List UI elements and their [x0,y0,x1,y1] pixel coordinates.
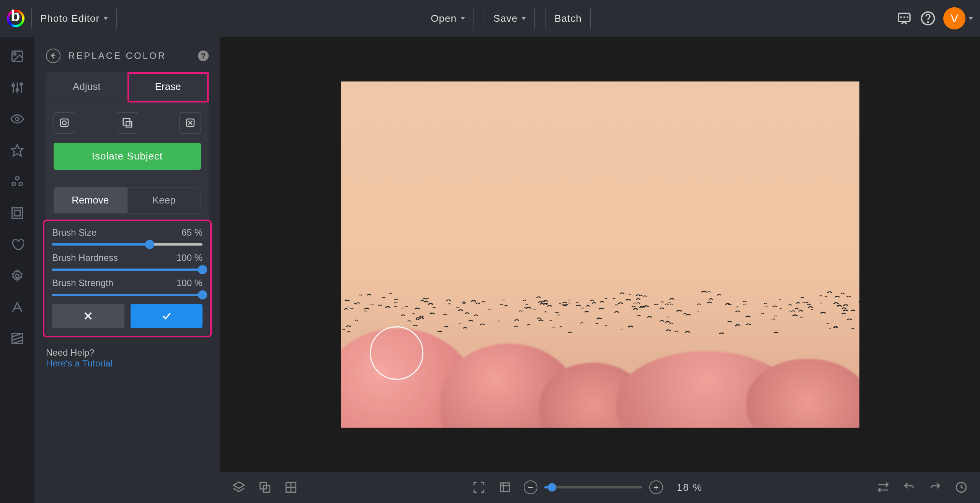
brush-hardness-label: Brush Hardness [52,252,118,263]
before-after-icon[interactable] [876,480,890,495]
cancel-button[interactable] [52,304,124,328]
chevron-down-icon [521,17,526,20]
svg-point-5 [928,22,928,23]
brush-size-value: 65 % [181,227,203,238]
brush-strength-slider[interactable] [52,294,203,296]
app-logo[interactable]: b [7,10,24,27]
brush-strength-label: Brush Strength [52,278,113,288]
segment-keep[interactable]: Keep [127,187,201,213]
frame-icon[interactable] [10,205,25,221]
svg-point-17 [12,182,16,186]
open-button[interactable]: Open [422,7,474,30]
topbar: b Photo Editor Open Save Batch V [0,0,980,37]
chevron-down-icon [103,17,108,20]
grid-icon[interactable] [284,480,298,495]
eye-icon[interactable] [10,111,25,127]
brush-size-slider[interactable] [52,243,203,246]
save-label: Save [493,13,518,24]
chevron-down-icon [461,17,465,20]
apply-button[interactable] [131,304,203,328]
editor-mode-dropdown[interactable]: Photo Editor [31,7,117,30]
need-help-label: Need Help? [46,347,209,358]
zoom-in-button[interactable]: + [649,480,663,494]
star-icon[interactable] [10,143,25,158]
fit-screen-icon[interactable] [472,480,486,495]
svg-point-7 [14,53,16,55]
editor-mode-label: Photo Editor [40,13,100,24]
feedback-icon[interactable] [896,10,913,27]
batch-label: Batch [554,13,582,24]
zoom-value: 18 % [677,482,702,493]
erase-tool-icon[interactable] [180,112,201,133]
avatar-initial: V [951,12,958,25]
svg-rect-26 [60,119,68,127]
tab-adjust[interactable]: Adjust [46,72,127,103]
zoom-slider[interactable] [544,486,642,488]
tutorial-link[interactable]: Here's a Tutorial [46,358,113,368]
panel-help-icon[interactable]: ? [198,50,209,61]
side-panel: REPLACE COLOR ? Adjust Erase Isolate Sub… [34,37,220,503]
text-icon[interactable] [10,300,25,315]
canvas-area[interactable] [220,37,980,472]
actual-size-icon[interactable] [498,480,512,495]
mask-tool-icon[interactable] [117,112,138,133]
effects-icon[interactable] [10,174,25,189]
open-label: Open [431,13,457,24]
image-preview [341,81,859,428]
left-tool-rail [0,37,34,503]
svg-rect-19 [12,208,23,218]
tab-erase[interactable]: Erase [127,72,209,103]
brush-hardness-value: 100 % [176,252,203,263]
adjust-sliders-icon[interactable] [10,80,25,95]
help-icon[interactable] [920,10,936,27]
back-button[interactable] [46,49,60,63]
chevron-down-icon[interactable] [969,17,973,20]
undo-icon[interactable] [902,480,916,495]
svg-marker-35 [234,482,244,488]
redo-icon[interactable] [928,480,942,495]
brush-hardness-slider[interactable] [52,269,203,271]
panel-title: REPLACE COLOR [68,50,190,61]
gear-icon[interactable] [10,268,25,283]
target-tool-icon[interactable] [54,112,75,133]
svg-line-24 [12,337,23,340]
texture-icon[interactable] [10,331,25,346]
svg-marker-15 [11,145,23,156]
compare-icon[interactable] [258,480,272,495]
heart-icon[interactable] [10,237,25,252]
help-text: Need Help? Here's a Tutorial [46,347,209,369]
svg-point-14 [16,117,19,121]
brush-settings-group: Brush Size 65 % Brush Hardness 100 % B [44,221,210,336]
avatar[interactable]: V [943,7,965,29]
svg-point-21 [16,274,19,278]
image-tool-icon[interactable] [10,49,25,64]
isolate-subject-button[interactable]: Isolate Subject [54,143,201,170]
svg-point-18 [19,182,23,186]
batch-button[interactable]: Batch [546,7,591,30]
svg-point-27 [62,121,66,125]
svg-rect-20 [15,210,20,216]
svg-point-16 [16,177,19,180]
svg-rect-29 [126,121,132,127]
remove-keep-segment: Remove Keep [54,187,201,213]
brush-size-label: Brush Size [52,227,96,238]
layers-icon[interactable] [232,480,246,495]
bottom-bar: − + 18 % [220,472,980,503]
brush-strength-value: 100 % [176,278,203,288]
svg-rect-41 [501,483,510,492]
history-icon[interactable] [954,480,969,495]
segment-remove[interactable]: Remove [54,187,127,213]
zoom-out-button[interactable]: − [524,480,537,494]
save-button[interactable]: Save [485,7,535,30]
